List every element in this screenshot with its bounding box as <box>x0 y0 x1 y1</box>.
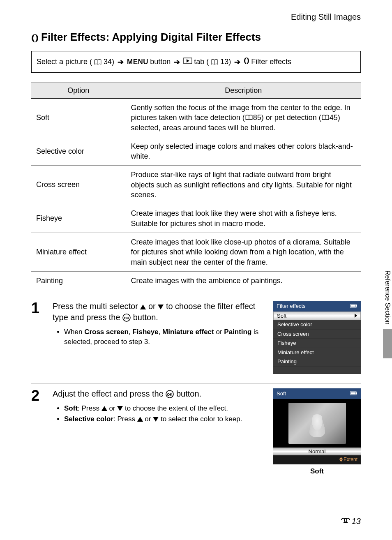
description-cell: Create images with the ambience of paint… <box>126 271 361 290</box>
table-header-description: Description <box>126 83 361 99</box>
step-1: 1 Press the multi selector or to choose … <box>31 301 361 383</box>
description-cell: Gently soften the focus of the image fro… <box>126 99 361 137</box>
camera-screen-soft-preview: Soft Normal Extent <box>273 388 361 464</box>
svg-marker-11 <box>158 305 164 309</box>
effect-slider: Normal <box>273 448 361 456</box>
up-arrow-icon <box>140 301 146 312</box>
table-row: Miniature effectCreate images that look … <box>31 233 361 271</box>
svg-marker-27 <box>339 457 343 459</box>
step-instruction: Press the multi selector or to choose th… <box>53 301 265 323</box>
step-2: 2 Adjust the effect and press the OK but… <box>31 388 361 485</box>
arrow-right-icon: ➔ <box>234 58 240 67</box>
extent-indicator: Extent <box>273 455 361 464</box>
screen-header: Soft <box>273 388 361 399</box>
page-title-text: Filter Effects: Applying Digital Filter … <box>41 31 261 44</box>
ok-button-icon: OK <box>166 389 174 398</box>
screen-header: Filter effects <box>273 301 361 312</box>
screen-item: Painting <box>273 357 361 367</box>
breadcrumb-text: tab ( <box>194 58 209 66</box>
playback-tab-icon <box>183 58 192 66</box>
table-row: Selective colorKeep only selected image … <box>31 137 361 166</box>
side-tab-marker <box>383 329 392 358</box>
down-arrow-icon <box>153 414 159 424</box>
battery-icon <box>350 302 357 310</box>
breadcrumb: Select a picture ( 34) ➔ MENU button ➔ t… <box>31 51 361 73</box>
screen-item: Cross screen <box>273 330 361 339</box>
svg-marker-17 <box>355 314 357 318</box>
screen-item: Selective color <box>273 320 361 330</box>
screen-item: Miniature effect <box>273 348 361 358</box>
table-row: PaintingCreate images with the ambience … <box>31 271 361 290</box>
table-header-option: Option <box>31 83 126 99</box>
camera-screen-filter-list: Filter effects Soft Selective color Cros… <box>273 301 361 374</box>
table-row: Soft Gently soften the focus of the imag… <box>31 99 361 137</box>
step-bullet: When Cross screen, Fisheye, Miniature ef… <box>64 327 265 347</box>
filter-icon <box>244 57 249 67</box>
updown-icon <box>339 457 344 462</box>
side-tab-label: Reference Section <box>383 267 392 328</box>
svg-point-7 <box>245 58 248 64</box>
side-tab: Reference Section <box>383 267 392 358</box>
up-arrow-icon <box>101 404 107 413</box>
option-cell: Selective color <box>31 137 126 166</box>
screen-item-empty <box>273 367 361 374</box>
preview-photo-area <box>273 399 361 448</box>
breadcrumb-ref: 13) <box>220 58 231 66</box>
table-row: Cross screenProduce star-like rays of li… <box>31 166 361 204</box>
step-bullet: Soft: Press or to choose the extent of t… <box>64 404 265 413</box>
book-icon <box>94 59 102 65</box>
menu-label: MENU <box>127 58 148 66</box>
battery-icon <box>350 390 357 397</box>
down-arrow-icon <box>117 404 123 413</box>
svg-marker-4 <box>187 59 189 62</box>
step-instruction: Adjust the effect and press the OK butto… <box>53 388 265 399</box>
svg-marker-21 <box>117 406 123 411</box>
option-cell: Painting <box>31 271 126 290</box>
svg-text:OK: OK <box>124 316 129 320</box>
screen-caption: Soft <box>273 467 361 476</box>
svg-marker-22 <box>137 417 143 422</box>
description-cell: Create images that look like close-up ph… <box>126 233 361 271</box>
step-number: 2 <box>31 388 44 476</box>
svg-text:OK: OK <box>167 392 173 397</box>
breadcrumb-text: Filter effects <box>251 58 291 66</box>
step-number: 1 <box>31 301 44 374</box>
svg-marker-28 <box>339 460 343 462</box>
book-icon <box>245 113 253 122</box>
arrow-right-icon: ➔ <box>118 58 124 67</box>
svg-rect-16 <box>351 305 356 307</box>
table-row: FisheyeCreate images that look like they… <box>31 204 361 233</box>
svg-rect-15 <box>356 305 357 307</box>
screen-title: Filter effects <box>277 302 306 310</box>
page-number: 13 <box>340 517 361 526</box>
screen-item: Fisheye <box>273 339 361 348</box>
step-bullet: Selective color: Press or to select the … <box>64 414 265 424</box>
screen-title: Soft <box>277 390 286 397</box>
arrow-right-icon: ➔ <box>174 58 180 67</box>
option-cell: Miniature effect <box>31 233 126 271</box>
options-table: Option Description Soft Gently soften th… <box>31 83 361 290</box>
svg-point-1 <box>33 35 37 42</box>
description-cell: Produce star-like rays of light that rad… <box>126 166 361 204</box>
description-cell: Create images that look like they were s… <box>126 204 361 233</box>
screen-item-selected: Soft <box>273 312 361 321</box>
description-cell: Keep only selected image colors and make… <box>126 137 361 166</box>
breadcrumb-text: Select a picture ( <box>37 58 92 66</box>
breadcrumb-ref: 34) <box>104 58 114 66</box>
filter-icon <box>31 33 39 42</box>
option-cell: Soft <box>31 99 126 137</box>
option-cell: Cross screen <box>31 166 126 204</box>
reference-link-icon <box>340 517 351 526</box>
option-cell: Fisheye <box>31 204 126 233</box>
page-title: Filter Effects: Applying Digital Filter … <box>31 31 361 44</box>
up-arrow-icon <box>137 414 143 424</box>
svg-marker-23 <box>153 417 159 422</box>
svg-rect-26 <box>351 392 356 394</box>
section-header: Editing Still Images <box>31 12 361 22</box>
breadcrumb-text: button <box>150 58 171 66</box>
svg-rect-25 <box>356 392 357 394</box>
chevron-right-icon <box>355 312 357 320</box>
ok-button-icon: OK <box>122 313 131 322</box>
down-arrow-icon <box>158 301 164 312</box>
svg-marker-20 <box>101 406 107 411</box>
